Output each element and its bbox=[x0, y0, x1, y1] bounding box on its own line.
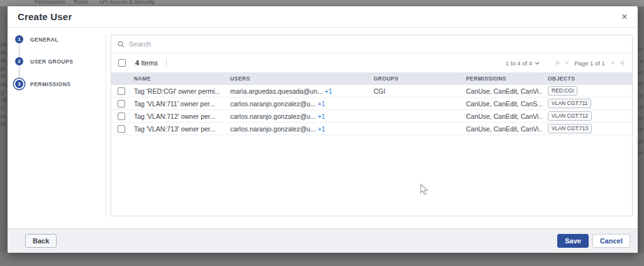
row-objects: VLAN CGT:711 bbox=[543, 99, 632, 108]
items-count-word: Items bbox=[141, 59, 158, 67]
column-header-users[interactable]: USERS bbox=[225, 75, 369, 82]
background-tab: API Access & Security bbox=[99, 0, 155, 5]
row-checkbox[interactable] bbox=[118, 87, 125, 95]
items-count-number: 4 bbox=[135, 59, 139, 67]
column-header-groups[interactable]: GROUPS bbox=[369, 75, 461, 82]
mouse-cursor bbox=[420, 184, 428, 196]
search-input[interactable]: Search bbox=[129, 40, 151, 48]
dialog-title-bar: Create User × bbox=[8, 6, 638, 28]
background-text-fragment: rc bbox=[1, 105, 6, 111]
last-page-button[interactable]: >| bbox=[620, 60, 623, 66]
background-text-fragment: es bbox=[1, 121, 7, 127]
chevron-down-icon bbox=[535, 62, 540, 65]
row-permissions: CanUse, CanEdit, CanVi... bbox=[461, 125, 543, 133]
background-text-fragment: er bbox=[638, 138, 643, 145]
object-chip: RED:CGI bbox=[548, 86, 577, 96]
column-header-objects[interactable]: OBJECTS bbox=[543, 75, 632, 82]
dialog-title: Create User bbox=[18, 11, 72, 22]
row-objects: VLAN CGT:712 bbox=[543, 111, 632, 121]
background-text-fragment: av bbox=[1, 49, 7, 55]
step-2-label: USER GROUPS bbox=[30, 58, 73, 65]
background-text-fragment: or bbox=[638, 58, 643, 64]
wizard-step-permissions[interactable]: 3 PERMISSIONS bbox=[15, 80, 71, 88]
row-name: Tag 'VLAN:712' owner per... bbox=[129, 113, 225, 120]
background-text-fragment: pi bbox=[1, 65, 5, 72]
cancel-button[interactable]: Cancel bbox=[592, 234, 630, 248]
background-text-fragment: or bbox=[638, 104, 643, 110]
background-text-fragment: er bbox=[638, 150, 643, 156]
background-text-fragment: er bbox=[638, 69, 643, 75]
object-chip: VLAN CGT:713 bbox=[548, 124, 592, 133]
more-users-link[interactable]: +1 bbox=[325, 87, 332, 95]
background-text-fragment: g bbox=[1, 89, 4, 96]
step-3-badge: 3 bbox=[15, 80, 23, 88]
dialog-footer: Back Save Cancel bbox=[8, 228, 638, 253]
table-row[interactable]: Tag 'RED:CGI' owner permi... maria.argue… bbox=[111, 85, 632, 97]
wizard-content-divider bbox=[106, 35, 106, 217]
background-text-fragment: eq bbox=[1, 81, 7, 87]
background-text-fragment: MI bbox=[1, 42, 7, 48]
table-header-row: NAME USERS GROUPS PERMISSIONS OBJECTS bbox=[111, 72, 632, 85]
next-page-button[interactable]: > bbox=[611, 60, 614, 66]
table-row[interactable]: Tag 'VLAN:713' owner per... carlos.naran… bbox=[111, 123, 632, 135]
step-2-badge: 2 bbox=[15, 57, 23, 65]
create-user-dialog: Create User × 1 GENERAL 2 USER GROUPS 3 … bbox=[8, 6, 638, 253]
permissions-panel: Search 4 Items 1 to 4 of 4 |< < Page 1 o… bbox=[111, 35, 633, 216]
save-button[interactable]: Save bbox=[557, 234, 589, 248]
page-indicator: Page 1 of 1 bbox=[574, 60, 605, 67]
column-header-name[interactable]: NAME bbox=[129, 75, 225, 82]
row-permissions: CanUse, CanEdit, CanS... bbox=[461, 100, 543, 108]
first-page-button[interactable]: |< bbox=[556, 60, 559, 66]
wizard-step-general[interactable]: 1 GENERAL bbox=[15, 35, 58, 43]
row-users-text: maria.arguedas.quesada@un... bbox=[230, 87, 323, 95]
page-range-dropdown[interactable]: 1 to 4 of 4 bbox=[506, 60, 540, 67]
background-text-fragment: er bbox=[638, 92, 643, 99]
close-icon[interactable]: × bbox=[621, 11, 628, 22]
step-1-label: GENERAL bbox=[30, 36, 58, 43]
table-row[interactable]: Tag 'VLAN:711' owner per... carlos.naran… bbox=[111, 97, 632, 110]
background-page-top: Permissions Roles API Access & Security bbox=[0, 0, 644, 6]
row-objects: VLAN CGT:713 bbox=[543, 124, 632, 133]
step-3-label: PERMISSIONS bbox=[30, 81, 71, 87]
table-row[interactable]: Tag 'VLAN:712' owner per... carlos.naran… bbox=[111, 110, 632, 123]
row-checkbox[interactable] bbox=[118, 100, 125, 108]
search-bar[interactable]: Search bbox=[111, 35, 632, 53]
more-users-link[interactable]: +1 bbox=[318, 100, 325, 108]
more-users-link[interactable]: +1 bbox=[318, 113, 325, 120]
search-icon bbox=[118, 41, 125, 48]
background-tab: Permissions bbox=[35, 0, 65, 5]
row-users: carlos.naranjo.gonzalez@u...+1 bbox=[225, 125, 369, 133]
toolbar-divider bbox=[166, 58, 167, 68]
object-chip: VLAN CGT:712 bbox=[548, 111, 592, 121]
background-text-fragment: or bbox=[638, 126, 643, 133]
row-users: carlos.naranjo.gonzalez@u...+1 bbox=[225, 100, 369, 108]
row-name: Tag 'RED:CGI' owner permi... bbox=[129, 87, 225, 95]
step-1-badge: 1 bbox=[15, 35, 23, 43]
row-checkbox[interactable] bbox=[118, 125, 125, 133]
row-objects: RED:CGI bbox=[543, 86, 632, 96]
object-chip: VLAN CGT:711 bbox=[548, 99, 591, 108]
prev-page-button[interactable]: < bbox=[565, 60, 568, 66]
pagination: 1 to 4 of 4 |< < Page 1 of 1 > >| bbox=[506, 60, 625, 67]
column-header-permissions[interactable]: PERMISSIONS bbox=[461, 75, 543, 82]
row-users: carlos.naranjo.gonzalez@u...+1 bbox=[225, 113, 369, 120]
background-tab: Roles bbox=[74, 0, 88, 5]
background-page-left-edge: MI av ar pi m eq g oh rc ro es bbox=[0, 6, 8, 266]
background-text-fragment: m bbox=[1, 73, 6, 79]
backdrop-bottom bbox=[0, 253, 644, 266]
row-users-text: carlos.naranjo.gonzalez@u... bbox=[230, 113, 316, 120]
row-users: maria.arguedas.quesada@un...+1 bbox=[225, 87, 369, 95]
items-count: 4 Items bbox=[135, 59, 158, 67]
more-users-link[interactable]: +1 bbox=[318, 125, 325, 133]
background-page-right-edge: er or er er er or or or er er bbox=[638, 6, 644, 266]
background-text-fragment: er bbox=[638, 80, 643, 87]
row-name: Tag 'VLAN:711' owner per... bbox=[129, 100, 225, 108]
background-text-fragment: ro bbox=[1, 113, 6, 119]
row-users-text: carlos.naranjo.gonzalez@u... bbox=[230, 125, 316, 133]
row-permissions: CanUse, CanEdit, CanVi... bbox=[461, 87, 543, 95]
row-permissions: CanUse, CanEdit, CanVi... bbox=[461, 113, 543, 120]
wizard-step-user-groups[interactable]: 2 USER GROUPS bbox=[15, 57, 73, 65]
row-checkbox[interactable] bbox=[118, 113, 125, 120]
select-all-checkbox[interactable] bbox=[118, 59, 126, 67]
back-button[interactable]: Back bbox=[25, 234, 57, 248]
